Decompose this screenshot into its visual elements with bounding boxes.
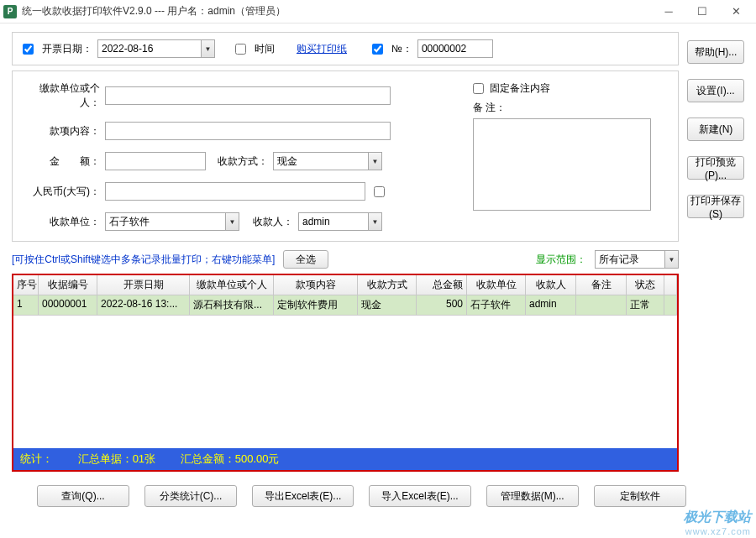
- payer-label: 缴款单位或个人：: [24, 81, 105, 110]
- watermark-title: 极光下载站: [684, 509, 751, 526]
- watermark-url: www.xz7.com: [684, 526, 751, 536]
- minimize-button[interactable]: ─: [652, 2, 685, 22]
- manage-button[interactable]: 管理数据(M)...: [486, 485, 579, 507]
- method-input[interactable]: [273, 152, 382, 170]
- no-label: №：: [391, 42, 412, 56]
- amount-input[interactable]: [105, 152, 206, 170]
- item-label: 款项内容：: [24, 124, 105, 138]
- help-button[interactable]: 帮助(H)...: [687, 40, 744, 64]
- col-method[interactable]: 收款方式: [358, 275, 417, 295]
- custom-button[interactable]: 定制软件: [594, 485, 686, 507]
- summary-count: 汇总单据：01张: [78, 452, 155, 465]
- cell-amount: 500: [417, 295, 467, 315]
- chevron-down-icon[interactable]: ▼: [368, 213, 381, 230]
- col-item[interactable]: 款项内容: [274, 275, 358, 295]
- col-receipt-no[interactable]: 收据编号: [39, 275, 97, 295]
- no-checkbox[interactable]: [372, 44, 383, 55]
- buy-paper-link[interactable]: 购买打印纸: [297, 42, 347, 56]
- stats-button[interactable]: 分类统计(C)...: [144, 485, 237, 507]
- chevron-down-icon[interactable]: ▼: [201, 40, 214, 57]
- time-checkbox[interactable]: [235, 44, 246, 55]
- col-date[interactable]: 开票日期: [97, 275, 190, 295]
- query-button[interactable]: 查询(Q)...: [37, 485, 129, 507]
- cell-payer: 源石科技有限...: [190, 295, 274, 315]
- records-grid: 序号 收据编号 开票日期 缴款单位或个人 款项内容 收款方式 总金额 收款单位 …: [12, 274, 679, 472]
- window-controls: ─ ☐ ✕: [652, 2, 753, 22]
- chevron-down-icon[interactable]: ▼: [225, 213, 239, 230]
- cell-status: 正常: [627, 295, 664, 315]
- rmb-checkbox[interactable]: [374, 186, 385, 197]
- summary-bar: 统计： 汇总单据：01张 汇总金额：500.00元: [13, 448, 677, 470]
- new-button[interactable]: 新建(N): [687, 118, 744, 141]
- settings-button[interactable]: 设置(I)...: [687, 79, 744, 102]
- col-note[interactable]: 备注: [576, 275, 627, 295]
- method-combo[interactable]: ▼: [273, 152, 382, 170]
- side-buttons: 帮助(H)... 设置(I)... 新建(N) 打印预览(P)... 打印并保存…: [687, 32, 744, 472]
- rmb-label: 人民币(大写)：: [24, 185, 105, 199]
- top-row: 开票日期： ▼ 时间 购买打印纸 №：: [12, 32, 679, 65]
- bottom-bar: 查询(Q)... 分类统计(C)... 导出Excel表(E)... 导入Exc…: [0, 477, 756, 510]
- maximize-button[interactable]: ☐: [685, 2, 719, 22]
- grid-header: 序号 收据编号 开票日期 缴款单位或个人 款项内容 收款方式 总金额 收款单位 …: [13, 275, 677, 295]
- col-scroll: [664, 275, 677, 295]
- app-icon: P: [3, 5, 17, 18]
- window-title: 统一收款收据打印软件V2.9.0 --- 用户名：admin（管理员）: [22, 4, 652, 18]
- receiver-unit-label: 收款单位：: [24, 215, 105, 229]
- scope-combo[interactable]: ▼: [595, 250, 679, 269]
- method-label: 收款方式：: [206, 154, 273, 169]
- rmb-input[interactable]: [105, 182, 365, 201]
- cell-date: 2022-08-16 13:...: [97, 295, 190, 315]
- date-input[interactable]: [97, 39, 215, 58]
- note-label: 备 注：: [473, 101, 666, 115]
- cell-method: 现金: [358, 295, 417, 315]
- cell-item: 定制软件费用: [274, 295, 358, 315]
- chevron-down-icon[interactable]: ▼: [664, 251, 678, 268]
- cell-note: [576, 295, 627, 315]
- col-payer[interactable]: 缴款单位或个人: [190, 275, 274, 295]
- scope-label: 显示范围：: [536, 253, 586, 267]
- titlebar: P 统一收款收据打印软件V2.9.0 --- 用户名：admin（管理员） ─ …: [0, 0, 756, 24]
- col-amount[interactable]: 总金额: [417, 275, 467, 295]
- time-label: 时间: [255, 42, 275, 56]
- date-label: 开票日期：: [42, 42, 92, 56]
- col-person[interactable]: 收款人: [526, 275, 576, 295]
- fixed-note-checkbox[interactable]: [473, 83, 484, 94]
- summary-total: 汇总金额：500.00元: [181, 452, 280, 465]
- receiver-unit-combo[interactable]: ▼: [105, 212, 239, 231]
- grid-body[interactable]: 1 00000001 2022-08-16 13:... 源石科技有限... 定…: [13, 295, 677, 448]
- cell-seq: 1: [13, 295, 39, 315]
- receiver-combo[interactable]: ▼: [298, 212, 382, 231]
- payer-input[interactable]: [105, 86, 391, 105]
- close-button[interactable]: ✕: [719, 2, 753, 22]
- export-button[interactable]: 导出Excel表(E)...: [252, 485, 354, 507]
- note-textarea[interactable]: [473, 118, 651, 211]
- date-combo[interactable]: ▼: [97, 39, 215, 58]
- fixed-note-label: 固定备注内容: [490, 82, 550, 94]
- select-all-button[interactable]: 全选: [283, 250, 328, 269]
- col-seq[interactable]: 序号: [13, 275, 39, 295]
- item-input[interactable]: [105, 122, 391, 140]
- batch-hint: [可按住Ctrl或Shift键选中多条记录批量打印；右键功能菜单]: [12, 253, 275, 267]
- no-input[interactable]: [417, 39, 493, 58]
- receiver-label: 收款人：: [239, 215, 298, 229]
- amount-label: 金 额：: [24, 154, 105, 169]
- summary-label: 统计：: [20, 452, 53, 465]
- print-preview-button[interactable]: 打印预览(P)...: [687, 156, 744, 180]
- col-unit[interactable]: 收款单位: [467, 275, 526, 295]
- cell-unit: 石子软件: [467, 295, 526, 315]
- form-box: 缴款单位或个人： 款项内容： 金 额： 收款方式： ▼: [12, 71, 679, 242]
- cell-receipt-no: 00000001: [39, 295, 97, 315]
- print-save-button[interactable]: 打印并保存(S): [687, 195, 744, 218]
- cell-person: admin: [526, 295, 576, 315]
- col-status[interactable]: 状态: [627, 275, 664, 295]
- date-checkbox[interactable]: [23, 44, 34, 55]
- watermark: 极光下载站 www.xz7.com: [684, 509, 751, 536]
- chevron-down-icon[interactable]: ▼: [368, 153, 381, 170]
- receiver-unit-input[interactable]: [105, 212, 239, 231]
- import-button[interactable]: 导入Excel表(E)...: [369, 485, 470, 507]
- table-row[interactable]: 1 00000001 2022-08-16 13:... 源石科技有限... 定…: [13, 295, 677, 316]
